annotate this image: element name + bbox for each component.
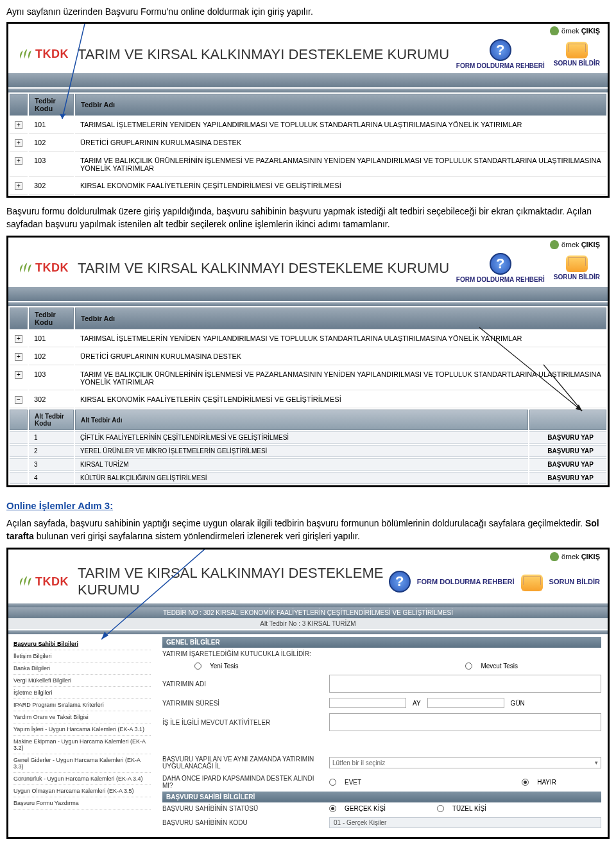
radio-hayir[interactable] [522,779,529,786]
page-title: TARIM VE KIRSAL KALKINMAYI DESTEKLEME KU… [78,260,456,277]
th-tedbir-kodu: Tedbir Kodu [29,307,74,329]
alt-tedbir-row: 4 KÜLTÜR BALIKÇILIĞININ GELİŞTİRİLMESİ B… [10,472,606,484]
report-icon-block[interactable]: SORUN BİLDİR [554,39,600,67]
radio-gercek[interactable] [329,805,336,812]
collapse-icon[interactable]: − [15,396,22,404]
lbl-status: BAŞVURU SAHİBİNİN STATÜSÜ [162,805,323,812]
radio-mevcut-tesis[interactable] [465,662,472,670]
report-label[interactable]: SORUN BİLDİR [549,578,600,585]
report-icon-block[interactable]: SORUN BİLDİR [554,253,600,281]
opt-tuzel-label: TÜZEL KİŞİ [452,805,486,812]
unit-gun: GÜN [511,700,525,707]
select-il[interactable]: Lütfen bir il seçiniz [329,757,601,768]
alt-tedbir-row: 2 YEREL ÜRÜNLER VE MİKRO İŞLETMELERİN GE… [10,445,606,457]
expand-icon[interactable]: + [15,139,22,147]
tedbir-title-bar: TEDBİR NO : 302 KIRSAL EKONOMİK FAALİYET… [8,607,608,618]
sidebar-item-banka[interactable]: Banka Bilgileri [13,662,151,675]
expand-icon[interactable]: + [15,353,22,361]
logo: TKDK [16,573,69,590]
step3-title: Online İşlemler Adım 3: [6,500,610,511]
opt-gercek-label: GERÇEK KİŞİ [345,805,386,812]
sidebar-item-makine[interactable]: Makine Ekipman - Uygun Harcama Kalemleri… [13,736,151,754]
sidebar-item-iletisim[interactable]: İletişim Bilgileri [13,650,151,662]
table-row[interactable]: + 103 TARIM VE BALIKÇILIK ÜRÜNLERİNİN İŞ… [10,153,606,177]
intro-text: Aynı sayfanın üzerinden Başvuru Formu'nu… [6,6,610,17]
report-label: SORUN BİLDİR [554,60,600,67]
input-gun[interactable] [427,698,504,708]
lbl-il: BAŞVURU YAPILAN VE AYNI ZAMANDA YATIRIMI… [162,756,323,770]
lbl-mevcut-akt: İŞ İLE İLGİLİ MEVCUT AKTİVİTELER [162,719,323,726]
user-name: örnek [561,27,579,35]
sidebar-item-genel[interactable]: Genel Giderler - Uygun Harcama Kalemleri… [13,754,151,773]
tedbir-name: TARIM VE BALIKÇILIK ÜRÜNLERİNİN İŞLENMES… [75,153,606,177]
mid-text-1: Başvuru formu doldurulmak üzere giriş ya… [6,205,610,230]
expand-icon[interactable]: + [15,121,22,129]
table-row[interactable]: + 102 ÜRETİCİ GRUPLARININ KURULMASINA DE… [10,135,606,152]
sidebar-item-ipard[interactable]: IPARD Programı Sıralama Kriterleri [13,699,151,711]
logout-link[interactable]: ÇIKIŞ [581,27,600,35]
input-mevcut-akt[interactable] [329,713,601,731]
help-icon: ? [490,39,511,61]
section-sahip: BAŞVURU SAHİBİ BİLGİLERİ [162,792,601,802]
form-panel: GENEL BİLGİLER YATIRIM İŞARETLEDİĞİM KUT… [156,634,608,837]
table-row[interactable]: + 101 TARIMSAL İŞLETMELERİN YENİDEN YAPI… [10,331,606,347]
table-row[interactable]: + 102 ÜRETİCİ GRUPLARININ KURULMASINA DE… [10,349,606,365]
expand-icon[interactable]: + [15,182,22,190]
sidebar-item-isletme[interactable]: İşletme Bilgileri [13,687,151,699]
radio-tuzel[interactable] [437,805,444,812]
expand-icon[interactable]: + [15,335,22,343]
basvuru-yap-link[interactable]: BAŞVURU YAP [529,445,606,457]
input-ay[interactable] [329,698,406,708]
table-row[interactable]: + 103 TARIM VE BALIKÇILIK ÜRÜNLERİNİN İŞ… [10,367,606,390]
logout-link[interactable]: ÇIKIŞ [581,241,600,248]
logo: TKDK [16,46,69,63]
alt-tedbir-row: 1 ÇİFTLİK FAALİYETLERİNİN ÇEŞİTLENDİRİLM… [10,431,606,444]
user-icon [550,26,559,35]
tedbir-code: 103 [29,153,74,177]
page-title: TARIM VE KIRSAL KALKINMAYI DESTEKLEME KU… [78,46,456,63]
sidebar-item-gorunurluk[interactable]: Görünürlük - Uygun Harcama Kalemleri (EK… [13,773,151,785]
opt-mevcut-label: Mevcut Tesis [481,662,518,670]
sidebar-item-yazdirma[interactable]: Başvuru Formu Yazdırma [13,797,151,810]
sidebar-item-vergi[interactable]: Vergi Mükellefi Bilgileri [13,675,151,687]
opt-hayir-label: HAYIR [537,779,556,786]
tedbir-code: 101 [29,117,74,134]
table-row[interactable]: − 302 KIRSAL EKONOMİK FAALİYETLERİN ÇEŞİ… [10,392,606,408]
help-icon-block[interactable]: ? FORM DOLDURMA REHBERİ [456,253,545,283]
table-row[interactable]: + 101 TARIMSAL İŞLETMELERİN YENİDEN YAPI… [10,117,606,134]
tedbir-table: Tedbir Kodu Tedbir Adı + 101 TARIMSAL İŞ… [8,92,608,196]
tedbir-name: TARIMSAL İŞLETMELERİN YENİDEN YAPILANDIR… [75,117,606,134]
basvuru-yap-link[interactable]: BAŞVURU YAP [529,431,606,444]
th-tedbir-adi: Tedbir Adı [75,94,606,116]
input-yatirim-adi[interactable] [329,675,601,693]
report-icon-block[interactable] [521,572,543,591]
basvuru-yap-link[interactable]: BAŞVURU YAP [529,472,606,484]
sidebar-item-uygun-olmayan[interactable]: Uygun Olmayan Harcama Kalemleri (EK-A 3.… [13,785,151,797]
radio-evet[interactable] [329,779,336,786]
user-icon [550,552,559,561]
help-icon: ? [490,253,511,275]
radio-yeni-tesis[interactable] [194,662,201,670]
th-tedbir-adi: Tedbir Adı [75,307,606,329]
sidebar-item-basvuru-sahibi[interactable]: Başvuru Sahibi Bilgileri [13,638,151,650]
expand-icon[interactable]: + [15,371,22,379]
help-icon-block[interactable]: ? FORM DOLDURMA REHBERİ [456,39,545,69]
table-row[interactable]: + 302 KIRSAL EKONOMİK FAALİYETLERİN ÇEŞİ… [10,178,606,195]
help-label[interactable]: FORM DOLDURMA REHBERİ [417,578,515,585]
screenshot-1: örnek ÇIKIŞ TKDK TARIM VE KIRSAL KALKINM… [6,22,610,198]
tedbir-code: 302 [29,178,74,195]
th-alt-adi: Alt Tedbir Adı [75,410,528,430]
user-name: örnek [561,553,579,560]
basvuru-yap-link[interactable]: BAŞVURU YAP [529,458,606,471]
mail-icon [566,42,588,58]
mail-icon [521,575,543,591]
sidebar-item-yapim[interactable]: Yapım İşleri - Uygun Harcama Kalemleri (… [13,723,151,736]
step3-body: Açılan sayfada, başvuru sahibinin yaptığ… [6,517,610,542]
logout-link[interactable]: ÇIKIŞ [581,553,600,560]
unit-ay: AY [413,700,421,707]
alt-tedbir-row: 3 KIRSAL TURİZM BAŞVURU YAP [10,458,606,471]
expand-icon[interactable]: + [15,157,22,165]
lbl-yatirim-ilgili: YATIRIM İŞARETLEDİĞİM KUTUCUKLA İLGİLİDİ… [162,650,323,657]
help-icon-block[interactable]: ? [389,571,411,593]
sidebar-item-yardim[interactable]: Yardım Oranı ve Taksit Bilgisi [13,711,151,723]
